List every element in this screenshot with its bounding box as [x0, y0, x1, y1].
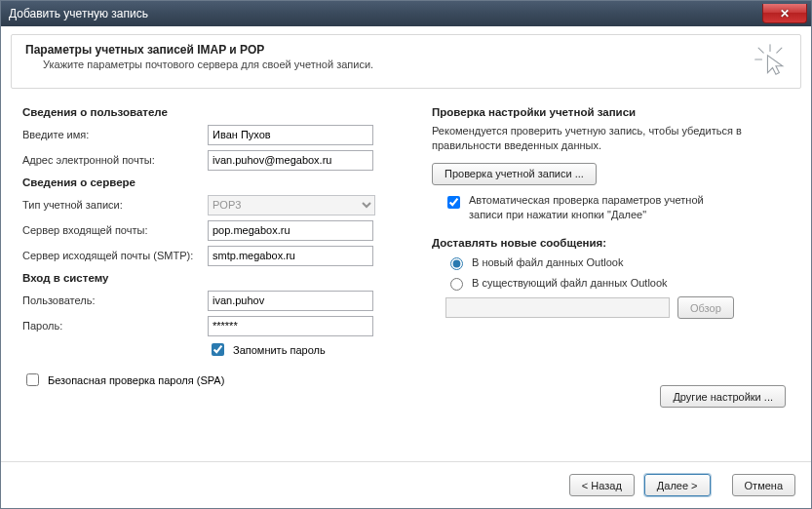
auto-test-label: Автоматическая проверка параметров учетн…: [469, 193, 722, 222]
close-button[interactable]: ✕: [762, 4, 807, 23]
remember-password-row: Запомнить пароль: [208, 340, 393, 359]
footer: < Назад Далее > Отмена: [1, 461, 811, 508]
svg-line-2: [758, 48, 763, 53]
deliver-existing-label: В существующий файл данных Outlook: [472, 277, 668, 289]
incoming-label: Сервер входящей почты:: [22, 224, 208, 236]
back-button[interactable]: < Назад: [569, 474, 635, 496]
password-row: Пароль:: [22, 315, 393, 336]
header-title: Параметры учетных записей IMAP и POP: [25, 43, 373, 57]
header-panel: Параметры учетных записей IMAP и POP Ука…: [11, 34, 801, 89]
test-settings-description: Рекомендуется проверить учетную запись, …: [432, 124, 792, 153]
username-input[interactable]: [208, 291, 373, 311]
cancel-button[interactable]: Отмена: [732, 474, 795, 496]
next-button[interactable]: Далее >: [644, 474, 711, 496]
login-title: Вход в систему: [22, 272, 393, 284]
account-type-label: Тип учетной записи:: [22, 199, 208, 211]
spa-checkbox[interactable]: [26, 373, 39, 386]
cursor-click-icon: [754, 43, 787, 78]
deliver-existing-row: В существующий файл данных Outlook: [445, 275, 792, 291]
outgoing-row: Сервер исходящей почты (SMTP):: [22, 245, 393, 266]
remember-password-checkbox[interactable]: [212, 343, 224, 356]
window-title: Добавить учетную запись: [9, 7, 762, 20]
username-label: Пользователь:: [22, 294, 208, 306]
svg-line-3: [777, 48, 782, 53]
incoming-input[interactable]: [208, 220, 373, 241]
auto-test-row: Автоматическая проверка параметров учетн…: [444, 193, 792, 222]
titlebar: Добавить учетную запись ✕: [1, 1, 811, 26]
email-input[interactable]: [208, 150, 373, 171]
email-label: Адрес электронной почты:: [22, 154, 208, 166]
existing-file-row: Обзор: [445, 296, 792, 319]
header-subtitle: Укажите параметры почтового сервера для …: [43, 59, 373, 70]
deliver-new-radio[interactable]: [450, 257, 463, 270]
existing-file-input: [445, 297, 670, 318]
name-input[interactable]: [208, 125, 373, 145]
test-account-button[interactable]: Проверка учетной записи ...: [432, 163, 597, 185]
browse-button: Обзор: [677, 296, 734, 319]
password-label: Пароль:: [22, 320, 208, 332]
username-row: Пользователь:: [22, 290, 393, 311]
incoming-row: Сервер входящей почты:: [22, 219, 393, 241]
left-column: Сведения о пользователе Введите имя: Адр…: [22, 100, 393, 453]
dialog-window: Добавить учетную запись ✕ Параметры учет…: [0, 0, 812, 509]
name-row: Введите имя:: [22, 124, 393, 145]
email-row: Адрес электронной почты:: [22, 149, 393, 171]
outgoing-input[interactable]: [208, 246, 373, 266]
user-info-title: Сведения о пользователе: [22, 106, 393, 118]
name-label: Введите имя:: [22, 129, 208, 140]
deliver-title: Доставлять новые сообщения:: [432, 237, 792, 249]
content: Сведения о пользователе Введите имя: Адр…: [1, 89, 811, 461]
password-input[interactable]: [208, 316, 373, 336]
deliver-new-label: В новый файл данных Outlook: [472, 256, 623, 268]
right-column: Проверка настройки учетной записи Рекоме…: [432, 100, 792, 453]
server-info-title: Сведения о сервере: [22, 176, 393, 188]
close-icon: ✕: [780, 7, 790, 20]
deliver-new-row: В новый файл данных Outlook: [445, 254, 792, 270]
deliver-existing-radio[interactable]: [450, 278, 463, 291]
test-settings-title: Проверка настройки учетной записи: [432, 106, 792, 118]
auto-test-checkbox[interactable]: [447, 196, 460, 209]
outgoing-label: Сервер исходящей почты (SMTP):: [22, 250, 208, 261]
spa-label: Безопасная проверка пароля (SPA): [48, 374, 224, 386]
other-settings-button[interactable]: Другие настройки ...: [660, 385, 786, 408]
account-type-row: Тип учетной записи: POP3: [22, 194, 393, 215]
spa-row: Безопасная проверка пароля (SPA): [22, 371, 393, 389]
account-type-select: POP3: [208, 195, 375, 215]
remember-password-label: Запомнить пароль: [233, 344, 326, 356]
